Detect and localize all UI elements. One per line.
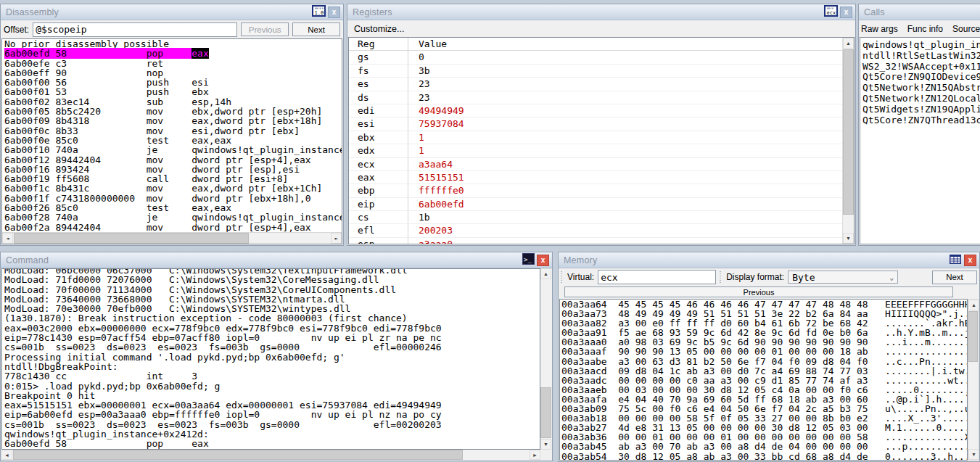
memory-table-icon[interactable] <box>949 254 962 267</box>
disassembly-line[interactable]: 6ab00eff 90 nop <box>4 68 342 78</box>
memory-close-icon[interactable]: x <box>964 255 976 266</box>
disassembly-close-icon[interactable]: x <box>328 7 340 18</box>
memory-row[interactable]: 00a3ab45 ab a3 00 70 ab a3 00 a8 d4 de 0… <box>561 442 967 451</box>
call-frame[interactable]: Qt5Widgets!ZN19QApplic <box>862 104 980 115</box>
memory-dump[interactable]: 00a3aa64 45 45 45 45 46 46 46 46 47 47 4… <box>559 299 968 461</box>
register-row[interactable]: eip 6ab00efd <box>349 198 854 211</box>
register-row[interactable]: ebx 1 <box>349 131 854 144</box>
command-horizontal-scrollbar[interactable]: ◄ ► <box>1 450 540 460</box>
scroll-up-icon[interactable]: ▲ <box>540 268 551 279</box>
call-frame[interactable]: Qt5Network!ZN12QLocalS <box>862 94 980 104</box>
disassembly-line[interactable]: 6ab00f05 8b5c2420 mov ebx,dword ptr [esp… <box>4 107 342 116</box>
register-value[interactable]: a3aa64 <box>408 158 453 170</box>
disassembly-line[interactable]: 6ab00f00 56 push esi <box>4 78 342 87</box>
memory-row[interactable]: 00a3aadc 00 00 00 00 c0 aa a3 00 c9 d1 8… <box>561 376 967 385</box>
scroll-left-icon[interactable]: ◄ <box>2 233 13 244</box>
register-value[interactable]: 200203 <box>408 224 453 236</box>
register-row[interactable]: ds 23 <box>349 91 854 104</box>
register-row[interactable]: esp a3aaa0 <box>349 238 854 244</box>
disassembly-line[interactable]: 6ab00f28 740a je qwindows!qt_plugin_inst… <box>4 213 342 222</box>
command-titlebar[interactable]: Command >_ x <box>1 252 552 268</box>
register-row[interactable]: edx 1 <box>349 144 854 157</box>
memory-row[interactable]: 00a3ab54 30 d8 12 05 a8 ab a3 00 33 bb c… <box>561 452 967 461</box>
scroll-right-icon[interactable]: ► <box>530 450 540 460</box>
next-button[interactable]: Next <box>292 22 340 36</box>
memory-previous-button[interactable]: Previous <box>564 286 953 297</box>
previous-button[interactable]: Previous <box>241 22 289 36</box>
command-output[interactable]: ModLoad: 06bc0000 06c37000 C:\Windows\Sy… <box>1 268 540 450</box>
disassembly-current-line[interactable]: 6ab00efd 58 pop eax <box>4 49 342 58</box>
register-row[interactable]: ebp ffffffe0 <box>349 184 854 197</box>
disassembly-horizontal-scrollbar[interactable]: ◄ ► <box>2 232 342 244</box>
call-frame[interactable]: WS2_32!WSAAccept+0x11d <box>862 62 980 73</box>
register-value[interactable]: 6ab00efd <box>408 198 464 210</box>
calls-toolbar-button[interactable]: Raw args <box>861 24 898 34</box>
scrollbar-thumb[interactable] <box>540 387 551 438</box>
scrollbar-thumb[interactable] <box>968 311 978 362</box>
register-row[interactable]: cs 1b <box>349 211 854 224</box>
calls-titlebar[interactable]: Calls <box>859 4 980 20</box>
disassembly-window-icon[interactable]: 1.0 <box>312 5 326 19</box>
disassembly-listing[interactable]: No prior disassembly possible 6ab00efd 5… <box>1 38 342 244</box>
register-row[interactable]: esi 75937084 <box>349 117 854 131</box>
scroll-up-icon[interactable]: ▲ <box>843 38 854 49</box>
disassembly-line[interactable]: 6ab00f12 89442404 mov dword ptr [esp+4],… <box>4 155 342 165</box>
registers-close-icon[interactable]: x <box>840 7 852 18</box>
memory-titlebar[interactable]: Memory x <box>559 252 979 268</box>
register-value[interactable]: 0 <box>408 51 424 63</box>
call-frame[interactable]: Qt5Network!ZN15QAbstra <box>862 83 980 94</box>
scroll-down-icon[interactable]: ▼ <box>843 233 854 244</box>
disassembly-line[interactable]: 6ab00f19 ff5608 call dword ptr [esi+8] <box>4 174 342 183</box>
call-frame[interactable]: qwindows!qt_plugin_ins <box>862 40 980 51</box>
call-frame[interactable]: ntdll!RtlSetLastWin32E <box>862 51 980 62</box>
register-value[interactable]: 1b <box>408 211 430 223</box>
calls-toolbar-button[interactable]: Func info <box>907 24 943 34</box>
disassembly-line[interactable]: 6ab00f0e 85c0 test eax,eax <box>4 136 342 145</box>
memory-vertical-scrollbar[interactable]: ▲ ▼ <box>968 299 979 461</box>
disassembly-line[interactable]: 6ab00f26 85c0 test eax,eax <box>4 203 342 213</box>
registers-vertical-scrollbar[interactable]: ▲ ▼ <box>842 38 854 244</box>
disassembly-line[interactable]: 6ab00f1f c7431800000000 mov dword ptr [e… <box>4 194 342 203</box>
register-value[interactable]: ffffffe0 <box>408 184 464 197</box>
disassembly-line[interactable]: 6ab00f01 53 push ebx <box>4 87 342 96</box>
call-frame[interactable]: Qt5Core!ZN9QIODevice9: <box>862 72 980 83</box>
register-value[interactable]: 49494949 <box>408 104 464 117</box>
register-value[interactable]: 1 <box>408 131 424 144</box>
scroll-down-icon[interactable]: ▼ <box>540 439 551 450</box>
memory-row[interactable]: 00a3aaeb 00 03 00 00 00 30 d8 12 05 c4 0… <box>561 385 967 395</box>
memory-row[interactable]: 00a3aacd 09 d8 04 1c ab a3 00 d0 7c a4 6… <box>561 366 967 376</box>
offset-input[interactable] <box>33 22 237 37</box>
command-vertical-scrollbar[interactable]: ▲ ▼ <box>540 268 551 450</box>
disassembly-line[interactable]: 6ab00efe c3 ret <box>4 59 342 68</box>
call-frame[interactable]: Qt5Core!ZN7QThread13cr <box>862 115 980 126</box>
memory-row[interactable]: 00a3aaaf 90 90 90 13 05 00 00 00 00 01 0… <box>561 347 967 356</box>
scrollbar-thumb[interactable] <box>13 450 463 460</box>
disassembly-line[interactable]: 6ab00f16 893424 mov dword ptr [esp],esi <box>4 165 342 174</box>
register-value[interactable]: 23 <box>408 91 430 104</box>
register-row[interactable]: efl 200203 <box>349 224 854 237</box>
disassembly-line[interactable]: 6ab00f02 83ec14 sub esp,14h <box>4 97 342 107</box>
scrollbar-thumb[interactable] <box>14 233 249 244</box>
disassembly-titlebar[interactable]: Disassembly 1.0 x <box>1 4 343 20</box>
toolbar-grip[interactable] <box>561 271 564 283</box>
disassembly-line[interactable]: 6ab00f1c 8b431c mov eax,dword ptr [ebx+1… <box>4 183 342 193</box>
memory-row[interactable]: 00a3aabe a3 00 63 d3 81 b2 50 6e f7 04 f… <box>561 357 967 366</box>
disassembly-line[interactable]: 6ab00f09 8b4318 mov eax,dword ptr [ebx+1… <box>4 116 342 125</box>
register-value[interactable]: 3b <box>408 65 430 77</box>
disassembly-line[interactable]: 6ab00f10 740a je qwindows!qt_plugin_inst… <box>4 145 342 154</box>
register-row[interactable]: gs 0 <box>349 51 854 64</box>
register-value[interactable]: a3aaa0 <box>408 238 453 244</box>
disassembly-line[interactable]: 6ab00f2a 89442404 mov dword ptr [esp+4],… <box>4 223 342 232</box>
register-value[interactable]: 51515151 <box>408 171 464 183</box>
register-value[interactable]: 75937084 <box>408 117 464 130</box>
register-value[interactable]: 1 <box>408 144 424 157</box>
customize-button[interactable]: Customize... <box>347 20 855 38</box>
register-row[interactable]: eax 51515151 <box>349 171 854 184</box>
disassembly-line[interactable]: 6ab00f0c 8b33 mov esi,dword ptr [ebx] <box>4 126 342 136</box>
register-row[interactable]: edi 49494949 <box>349 104 854 117</box>
scroll-up-icon[interactable]: ▲ <box>968 300 979 310</box>
command-console-icon[interactable]: >_ <box>522 253 535 267</box>
register-row[interactable]: es 23 <box>349 78 854 91</box>
scroll-left-icon[interactable]: ◄ <box>1 450 12 460</box>
scroll-down-icon[interactable]: ▼ <box>968 449 979 460</box>
